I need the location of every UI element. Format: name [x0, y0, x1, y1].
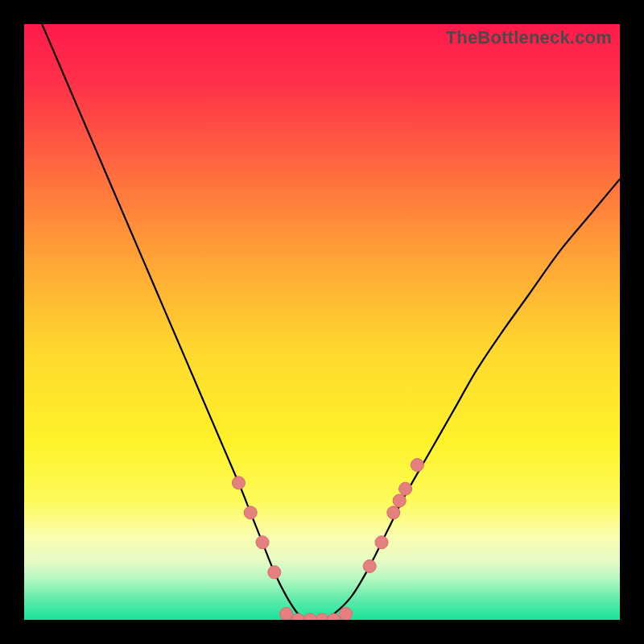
marker-point	[399, 482, 412, 495]
marker-point	[268, 566, 281, 579]
marker-point	[375, 536, 388, 549]
marker-point	[363, 559, 376, 572]
marker-point	[387, 506, 400, 519]
curve-layer	[24, 24, 620, 620]
marker-point	[280, 608, 293, 620]
bottleneck-curve	[42, 24, 620, 620]
marker-point	[393, 494, 406, 507]
chart-stage: TheBottleneck.com	[0, 0, 644, 644]
marker-point	[328, 613, 341, 620]
marker-point	[291, 613, 304, 620]
highlight-markers	[232, 459, 423, 620]
marker-point	[303, 613, 316, 620]
plot-area: TheBottleneck.com	[24, 24, 620, 620]
watermark-text: TheBottleneck.com	[446, 27, 612, 48]
marker-point	[244, 506, 257, 519]
marker-point	[340, 608, 353, 620]
marker-point	[256, 536, 269, 549]
marker-point	[411, 459, 423, 472]
marker-point	[316, 613, 328, 620]
marker-point	[232, 477, 245, 489]
